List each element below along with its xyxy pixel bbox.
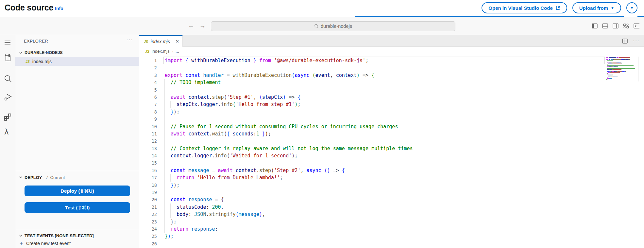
code-line[interactable]: 16 const message = await context.step('S… bbox=[139, 167, 644, 174]
tab-bar: JS index.mjs ✕ ··· bbox=[139, 35, 644, 47]
code-line[interactable]: 2 bbox=[139, 64, 644, 71]
line-number: 15 bbox=[139, 159, 157, 167]
code-line[interactable]: 10 // Pause for 1 second without consumi… bbox=[139, 123, 644, 130]
code-line[interactable]: 25}); bbox=[139, 233, 644, 240]
clipped-layout-icon[interactable] bbox=[634, 23, 639, 29]
code-line[interactable]: 9 bbox=[139, 115, 644, 123]
folder-row-durable-nodejs[interactable]: DURABLE-NODEJS bbox=[15, 48, 139, 57]
external-link-icon bbox=[555, 6, 560, 10]
code-line[interactable]: 18 }); bbox=[139, 182, 644, 189]
deploy-button[interactable]: Deploy (⇧⌘U) bbox=[25, 186, 130, 196]
code-editor[interactable]: 1import { withDurableExecution } from '@… bbox=[139, 55, 644, 248]
explorer-panel: EXPLORER ··· DURABLE-NODEJS JS index.mjs… bbox=[15, 35, 139, 248]
navigate-forward-button[interactable]: → bbox=[199, 22, 206, 30]
code-line[interactable]: 14 context.logger.info('Waited for 1 sec… bbox=[139, 152, 644, 159]
header-actions: Open in Visual Studio Code Upload from ▼… bbox=[482, 2, 637, 13]
code-line[interactable]: 23 }; bbox=[139, 218, 644, 225]
minimap-border bbox=[638, 57, 638, 81]
code-line[interactable]: 22 body: JSON.stringify(message), bbox=[139, 211, 644, 218]
code-line[interactable]: 12 bbox=[139, 137, 644, 145]
line-number: 25 bbox=[139, 233, 157, 240]
open-in-vscode-button[interactable]: Open in Visual Studio Code bbox=[482, 2, 567, 13]
deploy-section-header[interactable]: DEPLOY ✓Current bbox=[15, 173, 139, 182]
code-line[interactable]: 5 bbox=[139, 86, 644, 94]
code-line[interactable]: 26 bbox=[139, 240, 644, 247]
create-test-event-label: Create new test event bbox=[26, 241, 71, 246]
minimap-line bbox=[606, 66, 637, 67]
run-debug-icon[interactable] bbox=[4, 93, 12, 103]
minimap-line bbox=[606, 58, 637, 59]
code-line[interactable]: 6 await context.step('Step #1', (stepCtx… bbox=[139, 94, 644, 101]
split-editor-icon[interactable] bbox=[622, 39, 628, 44]
test-button[interactable]: Test (⇧⌘I) bbox=[25, 202, 130, 213]
plus-icon: + bbox=[20, 240, 23, 247]
more-actions-button[interactable]: ▼ bbox=[626, 2, 637, 13]
caret-down-icon: ▼ bbox=[611, 6, 614, 10]
menu-icon[interactable] bbox=[4, 39, 11, 47]
breadcrumb-symbol: ... bbox=[176, 49, 179, 54]
minimap-line bbox=[606, 78, 637, 79]
extensions-icon[interactable] bbox=[4, 113, 12, 122]
command-center-search[interactable]: durable-nodejs bbox=[211, 21, 455, 31]
code-line[interactable]: 21 statusCode: 200, bbox=[139, 204, 644, 211]
code-line[interactable]: 1import { withDurableExecution } from '@… bbox=[139, 57, 644, 64]
line-number: 9 bbox=[139, 115, 157, 123]
minimap-line bbox=[606, 79, 637, 80]
explorer-files-icon[interactable] bbox=[4, 53, 12, 63]
js-file-icon: JS bbox=[144, 40, 148, 44]
minimap-line bbox=[606, 73, 637, 74]
toggle-panel-icon[interactable] bbox=[602, 23, 608, 29]
code-line[interactable]: 11 await context.wait({ seconds:1 }); bbox=[139, 130, 644, 137]
code-line[interactable]: 3export const handler = withDurableExecu… bbox=[139, 72, 644, 79]
code-line[interactable]: 4 // TODO implement bbox=[139, 79, 644, 86]
editor-toolbar: ← → durable-nodejs bbox=[0, 17, 644, 35]
breadcrumb[interactable]: JS index.mjs › ... bbox=[139, 47, 644, 55]
create-test-event-button[interactable]: + Create new test event bbox=[15, 239, 139, 248]
customize-layout-icon[interactable] bbox=[623, 23, 629, 29]
minimap-line bbox=[606, 80, 637, 81]
code-line[interactable]: 8 }); bbox=[139, 108, 644, 115]
code-line[interactable]: 19 bbox=[139, 189, 644, 196]
search-icon[interactable] bbox=[4, 74, 12, 84]
minimap-line bbox=[606, 70, 637, 71]
deploy-section-title: DEPLOY bbox=[25, 175, 42, 180]
more-actions-icon[interactable]: ··· bbox=[633, 38, 639, 44]
minimap-line bbox=[606, 62, 637, 62]
check-icon: ✓ bbox=[45, 175, 49, 180]
section-divider bbox=[15, 171, 139, 171]
close-icon[interactable]: ✕ bbox=[176, 39, 179, 44]
code-lines[interactable]: 1import { withDurableExecution } from '@… bbox=[139, 57, 644, 247]
tab-index-mjs[interactable]: JS index.mjs ✕ bbox=[139, 35, 183, 47]
js-file-icon: JS bbox=[145, 49, 149, 53]
toggle-primary-sidebar-icon[interactable] bbox=[592, 23, 598, 29]
minimap-line bbox=[606, 78, 637, 78]
minimap[interactable] bbox=[606, 57, 637, 81]
test-events-section-title: TEST EVENTS [NONE SELECTED] bbox=[25, 233, 94, 238]
editor-actions: ··· bbox=[622, 35, 639, 47]
code-line[interactable]: 24 return response; bbox=[139, 225, 644, 233]
editor-area: JS index.mjs ✕ ··· JS index.mjs › ... 1i… bbox=[139, 35, 644, 248]
upload-from-button[interactable]: Upload from ▼ bbox=[572, 2, 621, 13]
code-line[interactable]: 13 // Context logger is replay aware and… bbox=[139, 145, 644, 152]
code-line[interactable]: 20 const response = { bbox=[139, 196, 644, 203]
file-row-index-mjs[interactable]: JS index.mjs bbox=[15, 57, 139, 66]
toggle-secondary-sidebar-icon[interactable] bbox=[613, 23, 619, 29]
minimap-line bbox=[606, 64, 637, 64]
aws-lambda-icon[interactable]: λ bbox=[4, 128, 9, 136]
navigate-back-button[interactable]: ← bbox=[188, 22, 194, 30]
explorer-more-actions[interactable]: ··· bbox=[126, 36, 133, 43]
code-line[interactable]: 7 stepCtx.logger.info('Hello from step #… bbox=[139, 101, 644, 108]
search-value: durable-nodejs bbox=[321, 24, 352, 29]
minimap-line bbox=[606, 63, 637, 63]
info-link[interactable]: Info bbox=[55, 6, 63, 11]
line-number: 11 bbox=[139, 130, 157, 137]
line-number: 19 bbox=[139, 189, 157, 196]
tab-label: index.mjs bbox=[151, 39, 170, 44]
code-line[interactable]: 17 return 'Hello from Durable Lambda!'; bbox=[139, 174, 644, 181]
line-number: 24 bbox=[139, 225, 157, 233]
line-number: 22 bbox=[139, 211, 157, 218]
chevron-down-icon bbox=[19, 51, 23, 55]
minimap-line bbox=[606, 61, 637, 62]
code-line[interactable]: 15 bbox=[139, 159, 644, 167]
breadcrumb-file: index.mjs bbox=[152, 49, 170, 54]
